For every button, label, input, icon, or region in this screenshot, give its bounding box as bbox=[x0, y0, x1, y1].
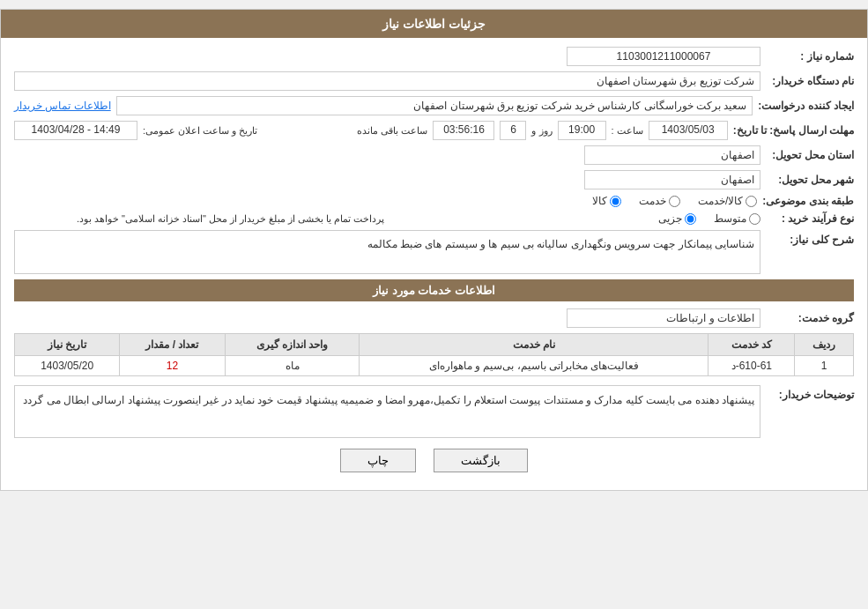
page-header: جزئیات اطلاعات نیاز bbox=[1, 10, 867, 38]
announcement-value: 1403/04/28 - 14:49 bbox=[14, 121, 137, 140]
requester-label: نام دستگاه خریدار: bbox=[766, 75, 854, 87]
services-section-title: اطلاعات خدمات مورد نیاز bbox=[14, 279, 854, 301]
purchase-type-partial[interactable]: جزیی bbox=[658, 212, 696, 225]
province-label: استان محل تحویل: bbox=[766, 149, 854, 161]
col-date: تاریخ نیاز bbox=[15, 334, 120, 356]
request-number-label: شماره نیاز : bbox=[766, 50, 854, 63]
service-group-label: گروه خدمت: bbox=[766, 312, 854, 324]
purchase-type-medium[interactable]: متوسط bbox=[714, 212, 760, 225]
deadline-time-label: ساعت : bbox=[612, 125, 643, 137]
category-khidmat[interactable]: خدمت bbox=[639, 195, 680, 207]
deadline-date: 1403/05/03 bbox=[649, 121, 728, 140]
category-khidmat-label: خدمت bbox=[639, 195, 666, 207]
announcement-label: تاریخ و ساعت اعلان عمومی: bbox=[143, 125, 257, 137]
description-value: شناسایی پیمانکار جهت سرویس ونگهداری سالی… bbox=[14, 230, 760, 274]
print-button[interactable]: چاپ bbox=[340, 449, 416, 472]
buttons-row: بازگشت چاپ bbox=[14, 449, 854, 472]
buyer-notes: پیشنهاد دهنده می بایست کلیه مدارک و مستن… bbox=[14, 385, 760, 438]
services-table: ردیف کد خدمت نام خدمت واحد اندازه گیری ت… bbox=[14, 333, 854, 376]
page-title: جزئیات اطلاعات نیاز bbox=[382, 17, 486, 31]
col-row: ردیف bbox=[795, 334, 854, 356]
request-number-value: 1103001211000067 bbox=[567, 47, 760, 66]
buyer-notes-label: توضیحات خریدار: bbox=[766, 385, 854, 401]
creator-label: ایجاد کننده درخواست: bbox=[758, 100, 854, 112]
purchase-medium-label: متوسط bbox=[714, 212, 746, 225]
deadline-label: مهلت ارسال پاسخ: تا تاریخ: bbox=[733, 124, 854, 137]
deadline-days: 6 bbox=[500, 121, 526, 140]
deadline-time: 19:00 bbox=[558, 121, 606, 140]
category-label: طبقه بندی موضوعی: bbox=[762, 195, 854, 207]
purchase-type-label: نوع فرآیند خرید : bbox=[766, 212, 854, 225]
purchase-type-note: پرداخت تمام یا بخشی از مبلغ خریدار از مح… bbox=[14, 213, 385, 225]
deadline-remaining: 03:56:16 bbox=[433, 121, 494, 140]
contact-link[interactable]: اطلاعات تماس خریدار bbox=[14, 100, 111, 112]
category-kala-khidmat[interactable]: کالا/خدمت bbox=[698, 195, 757, 207]
city-value: اصفهان bbox=[584, 170, 760, 189]
category-kala-khidmat-label: کالا/خدمت bbox=[698, 195, 743, 207]
col-name: نام خدمت bbox=[360, 334, 708, 356]
category-kala[interactable]: کالا bbox=[592, 195, 621, 207]
table-row: 1610-61-دفعالیت‌های مخابراتی باسیم، بی‌س… bbox=[15, 356, 854, 376]
back-button[interactable]: بازگشت bbox=[434, 449, 528, 472]
col-qty: تعداد / مقدار bbox=[120, 334, 225, 356]
province-value: اصفهان bbox=[584, 145, 760, 165]
deadline-remaining-label: ساعت باقی مانده bbox=[357, 125, 427, 137]
deadline-days-label: روز و bbox=[531, 125, 552, 137]
col-code: کد خدمت bbox=[708, 334, 795, 356]
purchase-partial-label: جزیی bbox=[658, 212, 682, 225]
service-group-value: اطلاعات و ارتباطات bbox=[567, 308, 760, 328]
col-unit: واحد اندازه گیری bbox=[225, 334, 360, 356]
description-label: شرح کلی نیاز: bbox=[766, 230, 854, 246]
creator-value: سعید برکت خوراسگانی کارشناس خرید شرکت تو… bbox=[116, 96, 753, 115]
category-kala-label: کالا bbox=[592, 195, 607, 207]
city-label: شهر محل تحویل: bbox=[766, 174, 854, 186]
requester-value: شرکت توزیع برق شهرستان اصفهان bbox=[14, 71, 760, 91]
